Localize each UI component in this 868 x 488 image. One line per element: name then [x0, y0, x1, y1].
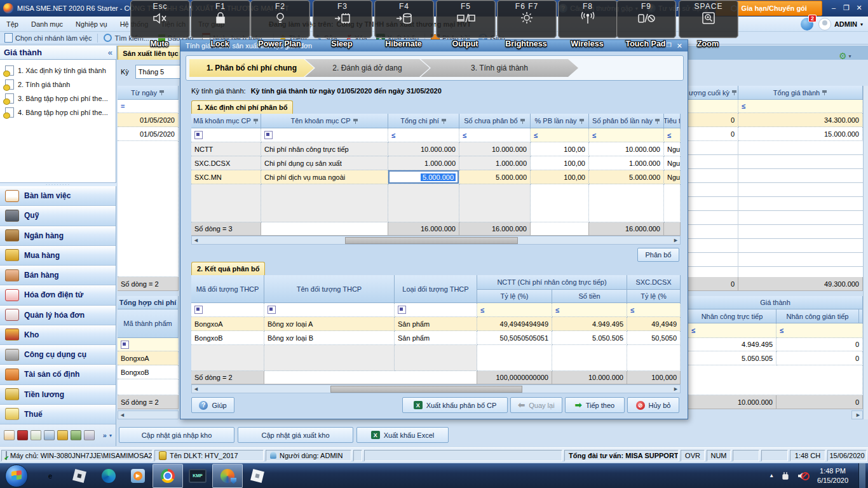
- t1-f-code[interactable]: [191, 128, 261, 142]
- table2-row-1[interactable]: BongxoA Bông xơ loại A Sản phẩm 49,49494…: [191, 317, 681, 331]
- wizard-step-2[interactable]: 2. Đánh giá dở dang: [305, 59, 430, 77]
- t1-f-name[interactable]: [261, 128, 388, 142]
- selected-cell[interactable]: 5.000.000: [388, 170, 459, 184]
- grid-cell-total-1[interactable]: 34.300.000: [738, 113, 863, 127]
- menu-danh-muc[interactable]: Danh mục: [25, 17, 69, 32]
- mini-notebook-icon[interactable]: [31, 430, 41, 440]
- update-outprice-button[interactable]: Cập nhật giá xuất kho: [238, 427, 353, 443]
- col-header-luong-cuoi-ky[interactable]: ượng cuối kỳ: [688, 86, 738, 100]
- chevron-down-icon[interactable]: ▾: [109, 433, 112, 438]
- t2-h-name[interactable]: Tên đối tượng THCP: [264, 275, 395, 303]
- grid-cell-total-2[interactable]: 15.000.000: [738, 127, 863, 141]
- mini-coins-icon[interactable]: [57, 430, 68, 440]
- col-header-tu-ngay[interactable]: Từ ngày: [118, 86, 179, 100]
- t2-h-pct2[interactable]: Tỷ lệ (%: [627, 290, 681, 303]
- menu-tep[interactable]: Tệp: [0, 17, 25, 32]
- volume-muted-icon[interactable]: [797, 471, 807, 481]
- grid-cell-from-1[interactable]: 01/05/2020: [118, 113, 179, 127]
- filter-cell-tu-ngay[interactable]: =: [118, 100, 179, 113]
- table2-hscrollbar[interactable]: ◄►: [191, 384, 681, 393]
- hscrollbar-right[interactable]: ►: [851, 410, 863, 419]
- collapse-sidebar-button[interactable]: «: [108, 48, 112, 57]
- taskbar-roblox-dark[interactable]: [65, 464, 94, 487]
- col-header-ncgt[interactable]: Nhân công gián tiếp: [776, 309, 859, 323]
- module-mua-hang[interactable]: Mua hàng: [0, 246, 116, 266]
- tray-expand-icon[interactable]: ▲: [769, 473, 774, 478]
- next-button[interactable]: ➡Tiếp theo: [565, 397, 625, 413]
- filter-cell-total[interactable]: ≤: [738, 100, 863, 113]
- module-ban-hang[interactable]: Bán hàng: [0, 266, 116, 285]
- close-button[interactable]: ✕: [853, 3, 865, 13]
- taskbar-chrome-active[interactable]: [153, 464, 183, 488]
- t1-h-code[interactable]: Mã khoản mục CP: [191, 114, 261, 128]
- t1-h-total[interactable]: Tổng chi phí: [388, 114, 459, 128]
- grid-settings[interactable]: ⚙ ▾: [839, 51, 851, 61]
- t2-f-amount[interactable]: ≤: [552, 303, 627, 317]
- support-chat-icon[interactable]: 2: [801, 18, 813, 30]
- more-modules-button[interactable]: »: [103, 431, 107, 439]
- t2-h-amount[interactable]: Số tiền: [552, 290, 627, 303]
- export-excel-button[interactable]: XXuất khẩu Excel: [356, 427, 449, 443]
- hscrollbar-left[interactable]: ◄: [118, 410, 179, 419]
- mini-building-icon[interactable]: [71, 430, 81, 440]
- mini-chart-icon[interactable]: [44, 430, 55, 440]
- t2-f-code[interactable]: [191, 303, 264, 317]
- grid-cell-qty-1[interactable]: 0: [688, 113, 738, 127]
- grid-cell-direct-2[interactable]: 5.050.505: [688, 351, 776, 365]
- t1-f-crit[interactable]: ≤: [664, 128, 681, 142]
- show-desktop-button[interactable]: [858, 463, 865, 488]
- table1-row-3-selected[interactable]: SXC.MN Chi phí dịch vụ mua ngoài 5.000.0…: [191, 170, 681, 184]
- taskbar-roblox-light[interactable]: [243, 464, 272, 487]
- module-tien-luong[interactable]: Tiền lương: [0, 385, 116, 405]
- grid-cell-product-2[interactable]: BongxoB: [118, 365, 179, 379]
- table2-row-2[interactable]: BongxoB Bông xơ loại B Sản phẩm 50,50505…: [191, 331, 681, 345]
- module-ban-lam-viec[interactable]: Bàn làm việc: [0, 186, 116, 206]
- module-ngan-hang[interactable]: Ngân hàng: [0, 226, 116, 246]
- start-button[interactable]: [5, 464, 28, 487]
- cancel-button[interactable]: ⊘Hủy bỏ: [627, 397, 679, 413]
- menu-nghiep-vu[interactable]: Nghiệp vụ: [69, 17, 114, 32]
- module-hoa-don-dien-tu[interactable]: Hóa đơn điện tử: [0, 285, 116, 305]
- mini-card-icon[interactable]: [84, 430, 95, 440]
- mini-calendar-icon[interactable]: [17, 430, 28, 440]
- sidebar-link-1[interactable]: 1. Xác định kỳ tính giá thành: [0, 64, 116, 78]
- taskbar-clock[interactable]: 1:48 PM 6/15/2020: [813, 466, 852, 485]
- module-quan-ly-hoa-don[interactable]: Quản lý hóa đơn: [0, 306, 116, 325]
- module-kho[interactable]: Kho: [0, 325, 116, 345]
- table1-hscrollbar[interactable]: ◄►: [191, 236, 681, 245]
- t1-f-total[interactable]: ≤: [388, 128, 459, 142]
- t1-f-alloc[interactable]: ≤: [589, 128, 664, 142]
- power-plug-icon[interactable]: [780, 471, 790, 481]
- tong-hop-chi-phi-header[interactable]: Tổng hợp chi phí: [118, 296, 179, 309]
- user-menu[interactable]: ADMIN ▾: [818, 18, 863, 30]
- t2-f-type[interactable]: [395, 303, 477, 317]
- wizard-step-1-active[interactable]: 1. Phân bổ chi phí chung: [189, 59, 314, 77]
- sidebar-link-4[interactable]: 4. Bảng tập hợp chi phí the...: [0, 105, 116, 119]
- taskbar-media-player[interactable]: ▶: [123, 464, 153, 487]
- restore-button[interactable]: ❐: [840, 3, 853, 13]
- minimize-button[interactable]: –: [827, 3, 840, 13]
- sidebar-link-3[interactable]: 3. Bảng tập hợp chi phí the...: [0, 92, 116, 105]
- sidebar-link-2[interactable]: 2. Tính giá thành: [0, 78, 116, 92]
- t2-h-pct[interactable]: Tỷ lệ (%): [477, 290, 552, 303]
- grid-cell-indirect-1[interactable]: 0: [776, 338, 863, 351]
- module-quy[interactable]: Quỹ: [0, 206, 116, 226]
- t2-f-pct[interactable]: ≤: [477, 303, 552, 317]
- wizard-step-3[interactable]: 3. Tính giá thành: [421, 59, 578, 77]
- allocate-button[interactable]: Phân bổ: [637, 248, 679, 262]
- back-button[interactable]: ⬅Quay lại: [510, 397, 562, 413]
- grid-cell-indirect-2[interactable]: 0: [776, 351, 863, 365]
- table1-row-2[interactable]: SXC.DCSX Chi phí dụng cụ sản xuất 1.000.…: [191, 156, 681, 170]
- t2-f-pct2[interactable]: ≤: [627, 303, 681, 317]
- t1-f-remain[interactable]: ≤: [459, 128, 531, 142]
- col-header-ma-thanh-pham[interactable]: Mã thành phẩm: [118, 309, 179, 338]
- taskbar-kmplayer[interactable]: KMP: [183, 464, 212, 487]
- module-thue[interactable]: Thuế: [0, 405, 116, 424]
- filter-cell-product[interactable]: [118, 338, 179, 351]
- taskbar-internet-explorer[interactable]: e: [36, 464, 65, 487]
- taskbar-edge[interactable]: [94, 464, 123, 487]
- module-cong-cu-dung-cu[interactable]: Công cụ dụng cụ: [0, 345, 116, 365]
- module-tai-san-co-dinh[interactable]: Tài sản cố định: [0, 365, 116, 384]
- t1-h-name[interactable]: Tên khoản mục CP: [261, 114, 388, 128]
- vertical-scrollbar[interactable]: [863, 86, 868, 419]
